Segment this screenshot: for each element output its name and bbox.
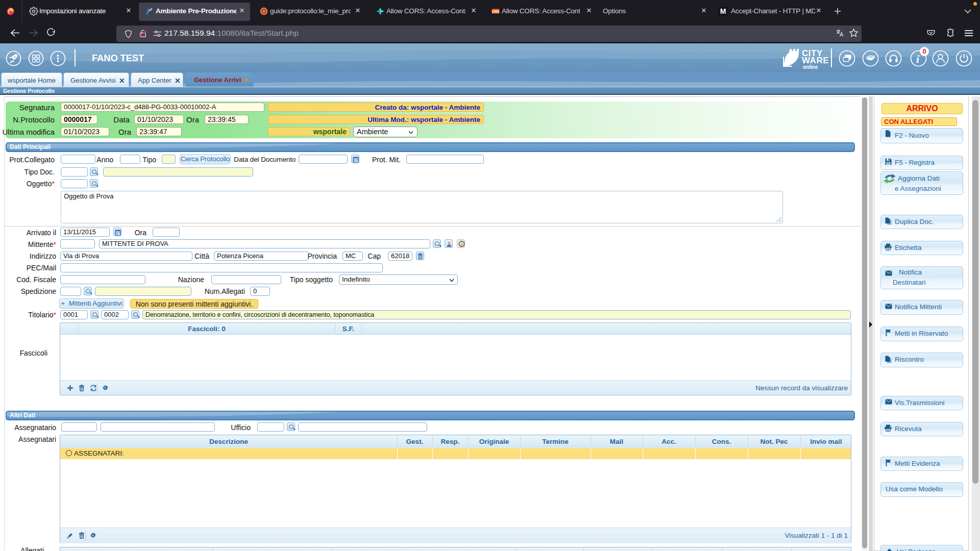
svg-text:i: i — [916, 53, 920, 65]
svg-text:CRS: CRS — [492, 10, 500, 13]
